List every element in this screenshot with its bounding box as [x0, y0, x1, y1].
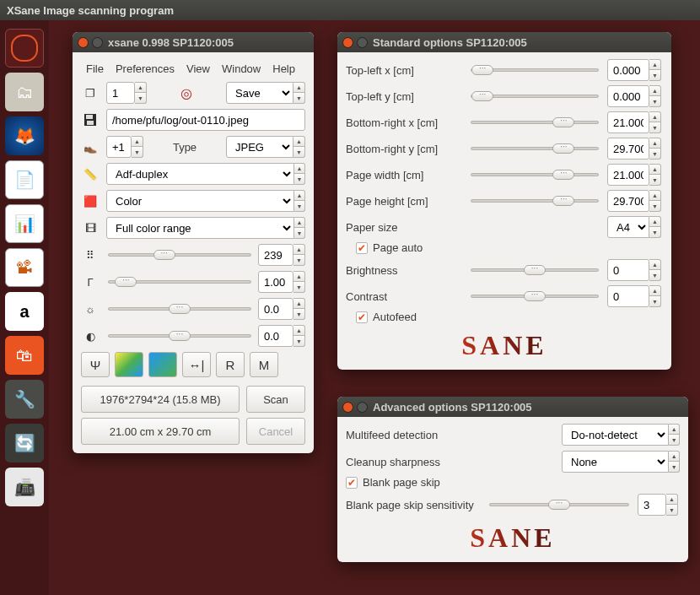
minimize-icon[interactable] [357, 37, 368, 48]
contrast-input[interactable] [258, 325, 293, 347]
std-contrast-slider[interactable] [469, 291, 600, 301]
path-input[interactable] [106, 109, 305, 131]
tool-restore[interactable]: R [216, 352, 245, 377]
settings-icon[interactable]: 🔧 [5, 380, 44, 419]
firefox-icon[interactable]: 🦊 [5, 116, 44, 155]
sane-logo: SANE [346, 522, 680, 554]
mode-down[interactable]: ▼ [293, 93, 305, 104]
unity-launcher: 🗂 🦊 📄 📊 📽 a 🛍 🔧 🔄 📠 [0, 20, 49, 595]
step-up[interactable]: ▲ [132, 136, 143, 147]
copies-down[interactable]: ▼ [135, 93, 147, 104]
gamma-input[interactable] [258, 271, 293, 293]
updater-icon[interactable]: 🔄 [5, 424, 44, 462]
opt-bry-slider[interactable] [469, 143, 600, 154]
std-contrast-input[interactable] [607, 285, 649, 307]
cancel-button[interactable]: Cancel [246, 418, 305, 445]
opt-bry-input[interactable] [607, 138, 649, 160]
contrast-slider[interactable] [106, 331, 253, 341]
opt-tlx-input[interactable] [607, 59, 649, 81]
paper-select[interactable]: A4 [607, 216, 649, 238]
tool-separator[interactable]: ↔| [182, 352, 211, 377]
sharpness-select[interactable]: None [562, 451, 669, 473]
opt-pw-input[interactable] [607, 164, 649, 186]
tool-memory[interactable]: M [250, 352, 278, 377]
scan-button[interactable]: Scan [246, 386, 305, 413]
brightness-slider[interactable] [106, 304, 253, 314]
menu-window[interactable]: Window [222, 62, 261, 75]
xsane-main-window: xsane 0.998 SP1120:005 File Preferences … [73, 32, 314, 453]
window-title: xsane 0.998 SP1120:005 [108, 36, 234, 49]
tool-negative[interactable] [115, 352, 143, 377]
minimize-icon[interactable] [92, 37, 103, 48]
close-icon[interactable] [342, 37, 353, 48]
opt-pw-label: Page width [cm] [346, 169, 462, 181]
color-icon: 🟥 [81, 195, 100, 208]
info-dimensions: 21.00 cm x 29.70 cm [81, 418, 240, 445]
window-title: Advanced options SP1120:005 [373, 401, 532, 414]
menu-view[interactable]: View [186, 62, 210, 75]
minimize-icon[interactable] [357, 402, 368, 413]
blankskip-check[interactable]: ✔Blank page skip [346, 476, 680, 489]
gamma-slider[interactable] [106, 277, 253, 287]
threshold-slider[interactable] [106, 250, 253, 260]
sensitivity-slider[interactable] [487, 500, 631, 510]
opt-ph-input[interactable] [607, 190, 649, 212]
opt-brx-slider[interactable] [469, 117, 600, 127]
page-auto-check[interactable]: ✔Page auto [346, 241, 663, 254]
copies-input[interactable] [106, 82, 135, 104]
step-down[interactable]: ▼ [132, 147, 143, 158]
calc-icon[interactable]: 📊 [5, 204, 44, 243]
software-center-icon[interactable]: 🛍 [5, 336, 44, 375]
opt-brx-input[interactable] [607, 111, 649, 133]
type-select[interactable]: JPEG [226, 136, 293, 158]
sharpness-label: Cleanup sharpness [346, 456, 553, 468]
close-icon[interactable] [342, 402, 353, 413]
window-title: Standard options SP1120:005 [373, 36, 527, 49]
multifeed-select[interactable]: Do-not-detect [562, 424, 669, 446]
xsane-launcher-icon[interactable]: 📠 [5, 468, 44, 506]
menu-help[interactable]: Help [272, 62, 295, 75]
tool-rgb-default[interactable]: Ψ [81, 352, 110, 377]
opt-ph-label: Page height [cm] [346, 195, 462, 208]
dash-icon[interactable] [5, 29, 44, 68]
step-input[interactable] [106, 136, 132, 158]
source-select[interactable]: Adf-duplex [106, 163, 294, 185]
contrast-icon: ◐ [81, 330, 100, 343]
opt-tlx-slider[interactable] [469, 65, 600, 75]
standard-options-window: Standard options SP1120:005 Top-left x [… [337, 32, 671, 370]
std-brightness-slider[interactable] [469, 265, 600, 275]
writer-icon[interactable]: 📄 [5, 160, 44, 199]
threshold-input[interactable] [258, 244, 293, 266]
target-icon: ◎ [180, 85, 192, 101]
threshold-icon: ⠿ [81, 249, 100, 262]
opt-tly-label: Top-left y [cm] [346, 90, 462, 103]
std-brightness-input[interactable] [607, 259, 649, 281]
opt-tly-slider[interactable] [469, 91, 600, 101]
mode-up[interactable]: ▲ [293, 82, 305, 93]
amazon-icon[interactable]: a [5, 292, 44, 331]
type-up[interactable]: ▲ [293, 136, 305, 147]
menu-preferences[interactable]: Preferences [116, 62, 175, 75]
opt-brx-label: Bottom-right x [cm] [346, 116, 462, 129]
std-contrast-label: Contrast [346, 290, 462, 303]
autofeed-check[interactable]: ✔Autofeed [346, 311, 663, 323]
multifeed-label: Multifeed detection [346, 429, 553, 441]
copies-up[interactable]: ▲ [135, 82, 147, 93]
files-icon[interactable]: 🗂 [5, 73, 44, 111]
sensitivity-input[interactable] [638, 494, 666, 516]
opt-pw-slider[interactable] [469, 170, 600, 180]
gamma-icon: Γ [81, 276, 100, 289]
type-down[interactable]: ▼ [293, 147, 305, 158]
close-icon[interactable] [78, 37, 89, 48]
impress-icon[interactable]: 📽 [5, 248, 44, 287]
film-icon: 🎞 [81, 222, 100, 235]
range-select[interactable]: Full color range [106, 217, 294, 239]
tool-autoenhance[interactable] [148, 352, 177, 377]
menu-file[interactable]: File [86, 62, 104, 75]
opt-ph-slider[interactable] [469, 196, 600, 206]
mode-select[interactable]: Save [226, 82, 293, 104]
brightness-input[interactable] [258, 298, 293, 320]
colormode-select[interactable]: Color [106, 190, 294, 212]
opt-tlx-label: Top-left x [cm] [346, 64, 462, 77]
opt-tly-input[interactable] [607, 85, 649, 107]
